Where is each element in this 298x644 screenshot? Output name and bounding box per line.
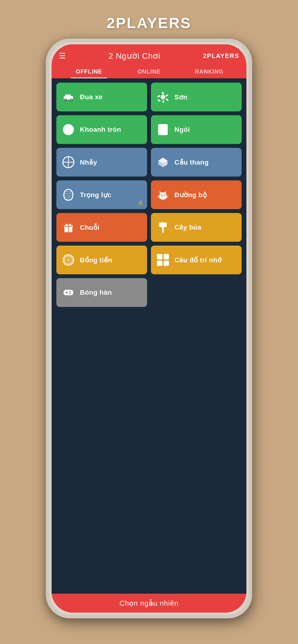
tab-ranking[interactable]: RANKING bbox=[179, 65, 239, 78]
game-btn-ngoi[interactable]: Ngói bbox=[151, 115, 242, 144]
svg-point-7 bbox=[161, 95, 165, 99]
game-label-khoanh-tron: Khoanh tròn bbox=[80, 126, 121, 134]
game-row-1: Đua xe Sơn bbox=[56, 83, 242, 112]
game-label-dong-tien: Đồng tiền bbox=[80, 256, 112, 264]
game-list: Đua xe Sơn bbox=[52, 78, 246, 594]
game-row-5: Chuỗi Cây búa bbox=[56, 213, 242, 242]
game-label-son: Sơn bbox=[175, 93, 187, 101]
game-label-bong-han: Bóng hàn bbox=[80, 289, 112, 296]
splat-icon bbox=[156, 90, 170, 104]
svg-rect-34 bbox=[64, 290, 73, 295]
app-header: ☰ 2 Người Chơi 2PLAYERS OFFLINE ONLINE R… bbox=[52, 44, 246, 78]
header-brand: 2PLAYERS bbox=[203, 52, 239, 60]
svg-point-10 bbox=[165, 98, 169, 101]
game-btn-cau-thang[interactable]: Cầu thang bbox=[151, 148, 242, 176]
circle-icon bbox=[61, 122, 76, 137]
game-btn-bong-han[interactable]: Bóng hàn bbox=[56, 278, 147, 307]
svg-point-37 bbox=[69, 293, 71, 294]
svg-point-4 bbox=[65, 100, 66, 100]
basketball-icon bbox=[61, 155, 76, 170]
game-btn-duong-bo[interactable]: Đường bộ bbox=[151, 180, 242, 209]
game-btn-cay-bua[interactable]: Cây búa bbox=[151, 213, 242, 242]
game-label-dua-xe: Đua xe bbox=[80, 93, 103, 101]
game-label-ngoi: Ngói bbox=[175, 126, 190, 134]
svg-rect-30 bbox=[162, 227, 164, 233]
game-btn-nhay[interactable]: Nhảy bbox=[56, 148, 147, 176]
game-label-cau-thang: Cầu thang bbox=[175, 158, 209, 166]
svg-point-17 bbox=[161, 194, 162, 196]
coin-icon: $ bbox=[61, 253, 76, 267]
game-label-chuoi: Chuỗi bbox=[80, 224, 100, 232]
car-icon bbox=[61, 90, 76, 104]
game-btn-khoanh-tron[interactable]: Khoanh tròn bbox=[56, 115, 147, 144]
svg-rect-29 bbox=[159, 222, 167, 227]
game-label-trong-luc: Trọng lực bbox=[80, 191, 111, 199]
game-row-7: Bóng hàn bbox=[56, 278, 242, 307]
square-icon bbox=[156, 122, 170, 137]
phone-screen: ☰ 2 Người Chơi 2PLAYERS OFFLINE ONLINE R… bbox=[52, 44, 246, 612]
svg-point-11 bbox=[162, 100, 164, 103]
game-btn-chuoi[interactable]: Chuỗi bbox=[56, 213, 147, 242]
svg-point-5 bbox=[71, 100, 72, 100]
svg-line-21 bbox=[158, 198, 160, 198]
svg-point-36 bbox=[69, 291, 71, 292]
bottom-bar[interactable]: Chọn ngẫu nhiên bbox=[52, 594, 246, 612]
header-top: ☰ 2 Người Chơi 2PLAYERS bbox=[59, 51, 239, 65]
tab-bar: OFFLINE ONLINE RANKING bbox=[59, 65, 239, 78]
svg-point-8 bbox=[162, 92, 164, 95]
header-title: 2 Người Chơi bbox=[108, 51, 160, 60]
svg-point-9 bbox=[165, 94, 169, 97]
svg-point-18 bbox=[164, 194, 165, 196]
game-btn-trong-luc[interactable]: Trọng lực 🔒 bbox=[56, 180, 147, 209]
svg-point-13 bbox=[157, 95, 161, 98]
game-label-cau-do: Câu đố trí nhớ bbox=[175, 256, 222, 264]
game-btn-cau-do[interactable]: Câu đố trí nhớ bbox=[151, 246, 242, 274]
app-outer-title: 2PLAYERS bbox=[106, 10, 192, 32]
game-btn-dong-tien[interactable]: $ Đồng tiền bbox=[56, 246, 147, 274]
phone-frame: ☰ 2 Người Chơi 2PLAYERS OFFLINE ONLINE R… bbox=[46, 38, 252, 618]
game-row-3: Nhảy Cầu thang bbox=[56, 148, 242, 176]
tab-online[interactable]: ONLINE bbox=[119, 65, 179, 78]
svg-text:$: $ bbox=[67, 258, 70, 262]
svg-rect-1 bbox=[65, 95, 71, 98]
game-row-4: Trọng lực 🔒 bbox=[56, 180, 242, 209]
tab-offline[interactable]: OFFLINE bbox=[59, 65, 119, 78]
hammer-icon bbox=[156, 220, 170, 234]
game-row-6: $ Đồng tiền Câu bbox=[56, 246, 242, 274]
svg-point-12 bbox=[158, 99, 161, 102]
menu-icon[interactable]: ☰ bbox=[59, 52, 66, 60]
random-button-label: Chọn ngẫu nhiên bbox=[119, 599, 179, 607]
svg-point-35 bbox=[66, 292, 68, 294]
game-btn-dua-xe[interactable]: Đua xe bbox=[56, 83, 147, 112]
svg-rect-6 bbox=[63, 97, 65, 99]
cube-icon bbox=[156, 155, 170, 170]
grid-puzzle-icon bbox=[156, 253, 170, 267]
game-label-nhay: Nhảy bbox=[80, 158, 97, 166]
game-row-2: Khoanh tròn Ngói bbox=[56, 115, 242, 144]
cat-icon bbox=[156, 188, 170, 202]
svg-line-22 bbox=[166, 196, 168, 196]
egg-icon bbox=[61, 188, 76, 202]
game-label-duong-bo: Đường bộ bbox=[175, 191, 207, 199]
controller-icon bbox=[61, 285, 76, 300]
gift-icon bbox=[61, 220, 76, 234]
game-btn-son[interactable]: Sơn bbox=[151, 83, 242, 112]
game-label-cay-bua: Cây búa bbox=[175, 224, 201, 231]
svg-line-24 bbox=[166, 198, 168, 198]
lock-icon: 🔒 bbox=[137, 200, 144, 206]
svg-line-19 bbox=[158, 196, 160, 196]
